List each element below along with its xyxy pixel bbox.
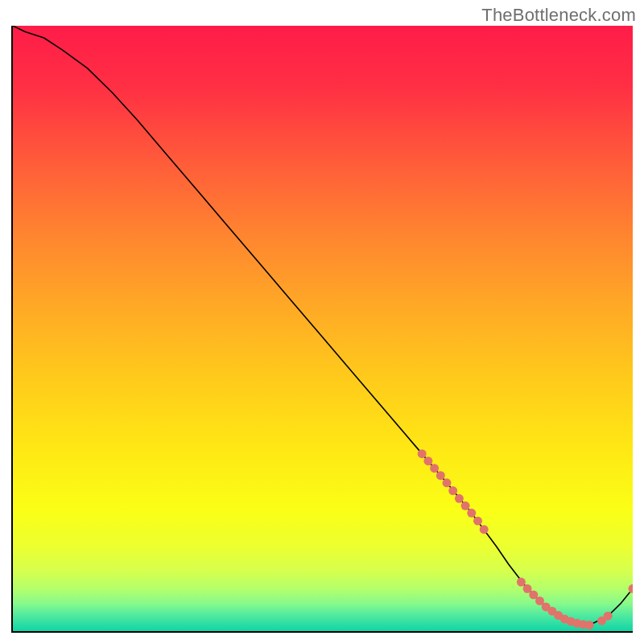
data-marker xyxy=(436,471,445,480)
data-marker xyxy=(473,517,482,526)
gradient-background xyxy=(13,26,633,631)
data-marker xyxy=(443,478,452,487)
data-marker xyxy=(461,502,470,510)
watermark-text: TheBottleneck.com xyxy=(481,5,636,26)
data-marker xyxy=(455,494,464,503)
data-marker xyxy=(430,464,439,473)
data-marker xyxy=(517,578,526,587)
data-marker xyxy=(448,486,457,495)
chart-stage: TheBottleneck.com xyxy=(0,0,644,644)
plot-frame xyxy=(11,26,633,633)
data-marker xyxy=(418,449,427,458)
plot-svg xyxy=(13,26,633,631)
data-marker xyxy=(604,612,613,621)
data-marker xyxy=(480,525,489,534)
data-marker xyxy=(467,509,476,518)
data-marker xyxy=(423,456,432,465)
data-marker xyxy=(585,621,594,630)
